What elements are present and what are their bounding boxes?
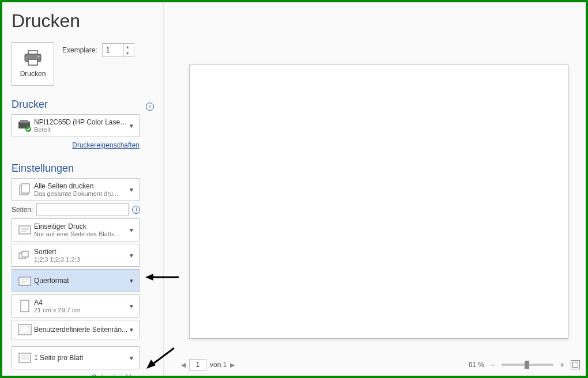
svg-line-28	[151, 348, 174, 365]
printer-properties-link[interactable]: Druckereigenschaften	[72, 141, 140, 149]
zoom-slider[interactable]	[502, 364, 553, 366]
svg-rect-21	[21, 326, 29, 333]
svg-marker-29	[146, 360, 156, 369]
printer-icon	[23, 50, 43, 66]
copies-label: Exemplare:	[62, 46, 97, 54]
printer-status-icon	[16, 116, 34, 135]
printer-name: NPI12C65D (HP Color LaserJ...	[34, 118, 129, 126]
chevron-down-icon: ▼	[129, 327, 135, 333]
svg-rect-19	[21, 300, 29, 312]
orientation-select[interactable]: Querformat ▼	[12, 269, 140, 292]
svg-rect-22	[19, 353, 31, 362]
svg-point-3	[38, 56, 40, 58]
pages-label: Seiten:	[12, 206, 33, 214]
print-preview	[189, 65, 568, 339]
info-icon[interactable]: i	[146, 103, 154, 111]
svg-rect-14	[22, 251, 28, 257]
prev-page-button[interactable]: ◀	[181, 361, 186, 369]
printer-select[interactable]: NPI12C65D (HP Color LaserJ... Bereit ▼	[12, 114, 140, 137]
paper-size-select[interactable]: A4 21 cm x 29,7 cm ▼	[12, 294, 140, 317]
annotation-arrow-icon	[145, 271, 180, 283]
pages-per-sheet-select[interactable]: 1 Seite pro Blatt ▼	[12, 346, 140, 369]
landscape-icon	[16, 271, 34, 290]
page-setup-link[interactable]: Seite einrichten	[92, 373, 140, 378]
collate-select[interactable]: Sortiert 1;2;3 1;2;3 1;2;3 ▼	[12, 244, 140, 267]
pages-input[interactable]	[36, 203, 129, 216]
page-title: Drucken	[12, 10, 154, 32]
chevron-down-icon: ▼	[129, 187, 135, 193]
print-button-label: Drucken	[20, 70, 46, 78]
print-scope-select[interactable]: Alle Seiten drucken Das gesamte Dokument…	[12, 178, 140, 201]
chevron-down-icon: ▼	[129, 252, 135, 259]
copies-stepper[interactable]: ▲ ▼	[102, 43, 134, 57]
print-button[interactable]: Drucken	[12, 42, 54, 86]
one-page-icon	[16, 349, 34, 367]
annotation-arrow-icon	[144, 345, 176, 370]
margins-select[interactable]: Benutzerdefinierte Seitenrän... ▼	[12, 320, 140, 339]
chevron-down-icon: ▼	[129, 303, 135, 309]
fit-to-window-button[interactable]	[571, 360, 580, 369]
svg-rect-0	[28, 51, 37, 54]
zoom-percent: 61 %	[469, 361, 484, 369]
chevron-down-icon: ▼	[129, 355, 135, 361]
single-side-icon	[16, 221, 34, 239]
svg-marker-27	[145, 274, 153, 281]
printer-status: Bereit	[34, 126, 129, 133]
svg-rect-5	[20, 120, 28, 123]
page-count-label: von 1	[210, 361, 227, 369]
copies-input[interactable]	[103, 46, 123, 54]
duplex-select[interactable]: Einseitiger Druck Nur auf eine Seite des…	[12, 218, 140, 241]
paper-icon	[16, 297, 34, 315]
settings-section-title: Einstellungen	[12, 162, 74, 175]
zoom-out-button[interactable]: −	[489, 361, 497, 369]
collate-icon	[16, 246, 34, 264]
pages-icon	[16, 180, 34, 199]
next-page-button[interactable]: ▶	[230, 361, 235, 369]
printer-section-title: Drucker	[12, 99, 48, 111]
copies-down[interactable]: ▼	[124, 50, 131, 56]
svg-rect-8	[21, 184, 29, 193]
chevron-down-icon: ▼	[129, 227, 135, 233]
info-icon[interactable]: i	[132, 206, 140, 214]
current-page-input[interactable]	[189, 359, 206, 371]
copies-up[interactable]: ▲	[124, 44, 131, 50]
chevron-down-icon: ▼	[129, 123, 135, 129]
chevron-down-icon: ▼	[129, 278, 135, 284]
svg-rect-2	[28, 59, 37, 65]
zoom-in-button[interactable]: +	[558, 361, 566, 369]
svg-point-6	[25, 126, 31, 132]
margins-icon	[16, 320, 34, 339]
